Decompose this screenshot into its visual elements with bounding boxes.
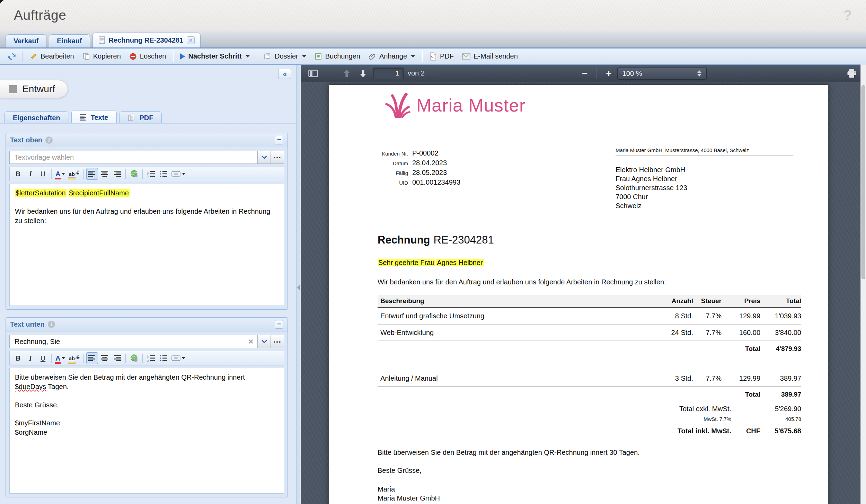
align-left-button[interactable] (86, 168, 98, 180)
subtotal-label: Total (722, 391, 760, 398)
pages-icon (128, 114, 135, 122)
page-number-input[interactable] (373, 68, 403, 79)
copy-button[interactable]: Kopieren (79, 51, 125, 62)
collapse-section-button[interactable]: − (275, 136, 283, 144)
splitter-collapse-icon[interactable] (297, 284, 300, 291)
combo-more-button[interactable]: … (271, 335, 284, 348)
collapse-panel-button[interactable]: « (278, 69, 291, 79)
text-unten-editor[interactable]: Bitte überweisen Sie den Betrag mit der … (9, 368, 284, 494)
pdf-viewer: von 2 − + 100 % (301, 65, 860, 504)
bold-button[interactable]: B (12, 168, 24, 180)
highlight-button[interactable]: ab (67, 352, 81, 364)
toolbar-separator (422, 51, 422, 62)
clear-icon[interactable]: × (246, 337, 253, 346)
page-down-button[interactable] (359, 69, 368, 78)
closing-line: Beste Grüsse, (15, 400, 279, 410)
panel-splitter[interactable] (297, 65, 300, 504)
recipient-line: Schweiz (616, 201, 687, 210)
intro-paragraph: Wir bedanken uns für den Auftrag und erl… (378, 278, 666, 286)
payment-text: Tagen. (46, 383, 69, 390)
cell-total: 3'840.00 (760, 329, 801, 337)
insert-placeholder-button[interactable] (170, 352, 187, 364)
underline-button[interactable]: U (37, 352, 49, 364)
bullet-list-button[interactable] (158, 352, 169, 364)
pdf-button[interactable]: PDF (425, 51, 458, 62)
bookings-button[interactable]: Buchungen (311, 51, 364, 62)
refresh-button[interactable] (4, 51, 19, 62)
combo-dropdown-button[interactable] (258, 335, 271, 348)
table-header-row: Beschreibung Anzahl Steuer Preis Total (378, 295, 801, 308)
toolbar-separator (51, 169, 52, 179)
tab-texte[interactable]: Texte (71, 110, 117, 124)
zoom-out-button[interactable]: − (582, 69, 587, 78)
salutation-line: Sehr geehrte FrauAgnes Helbner (378, 259, 484, 267)
tab-eigenschaften[interactable]: Eigenschaften (4, 111, 69, 124)
bold-button[interactable]: B (12, 352, 24, 364)
help-icon[interactable]: ? (843, 7, 852, 24)
numbered-list-button[interactable]: 123 (145, 168, 157, 180)
insert-image-button[interactable] (128, 352, 140, 364)
variable-token: $myFirstName (15, 418, 279, 428)
insert-image-button[interactable] (128, 168, 140, 180)
section-title: Text oben (10, 136, 42, 144)
tab-close-icon[interactable]: × (187, 36, 195, 44)
tab-verkauf[interactable]: Verkauf (6, 34, 46, 47)
play-icon (180, 53, 185, 60)
pdf-canvas[interactable]: Maria Muster Kunden-Nr. P-00002 Datum 28… (301, 82, 860, 504)
align-right-button[interactable] (111, 352, 123, 364)
tab-pdf[interactable]: PDF (119, 111, 162, 124)
combo-dropdown-button[interactable] (258, 151, 271, 164)
col-header: Preis (722, 297, 760, 305)
bullet-list-button[interactable] (158, 168, 169, 180)
italic-button[interactable]: I (25, 352, 36, 364)
text-oben-editor[interactable]: $letterSalutation$recipientFullName Wir … (9, 184, 284, 306)
zoom-level-select[interactable]: 100 % (617, 67, 707, 80)
align-center-button[interactable] (99, 168, 111, 180)
align-center-button[interactable] (99, 352, 111, 364)
attachments-button[interactable]: Anhänge (365, 51, 419, 62)
combo-more-button[interactable]: … (271, 151, 284, 164)
edit-button[interactable]: Bearbeiten (26, 51, 78, 62)
page-up-button[interactable] (342, 69, 351, 78)
template-select-input[interactable] (14, 337, 246, 346)
insert-placeholder-button[interactable] (170, 168, 187, 180)
main-area: « Entwurf Eigenschaften Texte (0, 64, 866, 504)
tab-label: Verkauf (14, 37, 38, 45)
envelope-icon (462, 53, 470, 60)
align-left-button[interactable] (86, 352, 98, 364)
tab-einkauf[interactable]: Einkauf (49, 34, 90, 47)
zoom-in-button[interactable]: + (606, 69, 611, 78)
collapse-section-button[interactable]: − (275, 320, 283, 329)
font-color-button[interactable]: A (54, 352, 67, 364)
vertical-scrollbar[interactable] (860, 64, 866, 504)
svg-text:1: 1 (147, 355, 149, 357)
meta-label: UID (348, 178, 408, 187)
meta-row: Kunden-Nr. P-00002 (348, 149, 460, 158)
print-button[interactable] (847, 68, 857, 79)
sidebar-toggle-button[interactable] (308, 70, 318, 77)
invoice-title: RechnungRE-2304281 (378, 234, 494, 246)
main-toolbar: Bearbeiten Kopieren Löschen Nächster Sch… (0, 48, 866, 64)
next-step-label: Nächster Schritt (188, 52, 242, 60)
font-color-button[interactable]: A (54, 168, 67, 180)
align-right-button[interactable] (111, 168, 123, 180)
numbered-list-icon: 123 (147, 170, 155, 177)
highlight-icon: ab (69, 171, 75, 177)
italic-button[interactable]: I (25, 168, 36, 180)
currency-label: CHF (731, 427, 760, 435)
scrollbar-thumb[interactable] (861, 85, 865, 279)
numbered-list-button[interactable]: 123 (145, 352, 157, 364)
tab-invoice[interactable]: Rechnung RE-2304281 × (92, 33, 201, 47)
delete-button[interactable]: Löschen (125, 51, 170, 62)
variable-token: $orgName (15, 428, 279, 437)
highlight-button[interactable]: ab (67, 168, 81, 180)
next-step-button[interactable]: Nächster Schritt (176, 51, 254, 62)
underline-button[interactable]: U (37, 168, 49, 180)
bookings-icon (315, 53, 322, 60)
dossier-button[interactable]: Dossier (260, 51, 310, 62)
template-select-input[interactable] (14, 153, 253, 162)
send-email-button[interactable]: E-Mail senden (458, 51, 522, 62)
app-window: Aufträge ? Verkauf Einkauf Rechnung RE-2… (0, 0, 866, 504)
toolbar-separator (125, 169, 126, 179)
col-header: Total (760, 297, 801, 305)
